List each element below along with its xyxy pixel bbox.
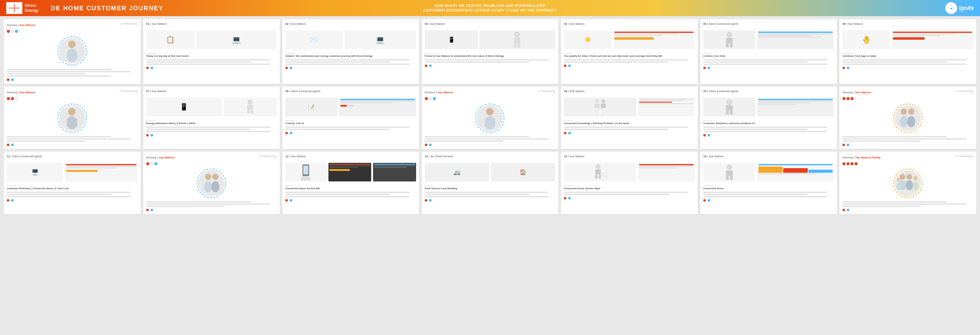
- step-card-09[interactable]: 09 | Rob Watson: [561, 86, 698, 149]
- step-card-15[interactable]: 15 | Sue Watson: [700, 152, 837, 214]
- dot-1: [146, 162, 150, 165]
- footer-dot-blue: [429, 144, 431, 146]
- persona-card-1[interactable]: Persona | Sue Watson CX Relationship↑↑: [4, 86, 141, 149]
- persona-card-0[interactable]: Persona | Sue Watson CX Relationship↑↑: [4, 19, 141, 84]
- persona-photo: [59, 105, 85, 131]
- scene-left: 📝: [285, 98, 337, 116]
- footer-dot-blue: [568, 132, 571, 134]
- step-card-13[interactable]: 13 | Jim (Field Service) 🚐 🏠 Field Servi…: [422, 152, 558, 214]
- line-1: [703, 192, 827, 193]
- line-1: [425, 136, 529, 137]
- step-card-14[interactable]: 14 | Sue Watson: [561, 152, 698, 214]
- footer-dot-red: [425, 199, 427, 202]
- step-card-03[interactable]: 03 | Sue Watson 📱 Friend to Sue Watson t…: [422, 19, 558, 84]
- scene-left: [564, 98, 636, 116]
- scene-left: 📋: [146, 30, 194, 49]
- persona-image: [7, 103, 138, 134]
- card-title-text: Customer Retention | Connected Home | 2 …: [7, 187, 138, 190]
- footer-dot-blue: [708, 67, 710, 69]
- line-2: [564, 61, 668, 63]
- step-label: 13 | Jim (Field Service): [425, 155, 453, 158]
- step-card-07[interactable]: 07 | Sue Watson 📱 Energy (Attraction Ale…: [143, 86, 280, 149]
- card-scene: 🖥️: [7, 160, 138, 185]
- card-footer: [146, 209, 277, 211]
- scene-phone-hand: [285, 163, 326, 182]
- footer-dot-red: [564, 64, 566, 67]
- step-card-08[interactable]: 08 | Glenn (Universal Agent) 📝 Context: …: [282, 86, 419, 149]
- card-title-text: Connected Home Service Bill: [285, 187, 416, 190]
- footer-dot-red: [425, 144, 427, 146]
- card-scene: [285, 160, 416, 185]
- persona-label: Persona | Sue Watson: [842, 91, 871, 94]
- persona-card-3[interactable]: Persona | Sue Watson CX Relationship↑↑↑: [839, 86, 976, 149]
- scene-screen: [757, 30, 834, 49]
- scene-right: 💻: [196, 30, 277, 49]
- step-card-01[interactable]: 01 | Sue Watson 📋 💻 Today is a big day a…: [143, 19, 280, 84]
- scene-content: 📋 💻: [146, 30, 277, 49]
- divider: [703, 120, 713, 121]
- dp-line2: [329, 167, 358, 168]
- persona-card-2[interactable]: Persona | Sue Watson CX Relationship↑↑↓: [422, 86, 558, 149]
- card-header: 03 | Sue Watson: [425, 22, 555, 26]
- card-scene: [564, 95, 695, 120]
- footer-dot-red: [842, 144, 845, 146]
- step-card-11[interactable]: 11 | Glenn (Universal Agent) 🖥️ Customer…: [4, 152, 141, 214]
- divider: [703, 53, 713, 54]
- scene-content: ✉️ 💻: [285, 30, 416, 49]
- line-2: [285, 61, 390, 63]
- card-header: Persona | Sue Watson CX Relationship↑↑↓: [425, 89, 555, 95]
- step-card-12[interactable]: 12 | Sue Watson: [282, 152, 419, 214]
- card-title-text: Customer Solutions | universal solutions…: [703, 122, 834, 125]
- field-persons: [592, 99, 608, 116]
- footer-dot-blue: [847, 144, 849, 146]
- scr-line2: [340, 102, 393, 103]
- footer-dot-blue: [290, 67, 292, 69]
- scene-content: [703, 98, 834, 116]
- card-title-text: Subject: We understand your energy custo…: [285, 54, 416, 57]
- card-title-text: Friend to Sue Watson to understand the t…: [425, 54, 555, 57]
- footer-dot-red: [285, 199, 288, 202]
- sc3-line2: [66, 168, 115, 168]
- line-2: [285, 129, 390, 130]
- content-lines: [703, 126, 834, 132]
- svg-rect-47: [303, 166, 308, 174]
- persona-card-4[interactable]: Persona | Sue Watson CX Relationship↑↑↑↑: [143, 152, 280, 214]
- mob-line1: [639, 166, 694, 167]
- divider: [842, 53, 852, 54]
- footer-dot-red: [703, 199, 706, 202]
- card-header: 12 | Sue Watson: [285, 155, 416, 158]
- step-card-06[interactable]: 06 | Sue Watson 🤚 Continue! Your App is …: [839, 19, 976, 84]
- persona-card-watson-family[interactable]: Persona | The Watson Family CX Relations…: [839, 152, 976, 214]
- logo-box: [6, 2, 22, 14]
- step-label: 06 | Sue Watson: [842, 22, 863, 26]
- step-card-04[interactable]: 04 | Sue Watson ☀️ You qualify for Solar…: [561, 19, 698, 84]
- divider: [146, 120, 156, 121]
- svg-rect-20: [247, 110, 250, 113]
- svg-rect-57: [726, 170, 733, 176]
- line-3: [425, 140, 503, 142]
- persona-image: [7, 35, 138, 66]
- svg-rect-16: [67, 118, 71, 127]
- app-line1: [893, 34, 956, 34]
- line-1: [842, 201, 947, 203]
- card-header: 05 | Glenn (Universal Agent): [703, 22, 834, 26]
- screen-line3: [759, 104, 795, 105]
- dot-1: [842, 162, 846, 165]
- step-card-10[interactable]: 10 | Glenn (Universal Agent): [700, 86, 837, 149]
- step-card-02[interactable]: 02 | Sue Watson ✉️ 💻 Subject: We underst…: [282, 19, 419, 84]
- step-card-05[interactable]: 05 | Glenn (Universal Agent): [700, 19, 837, 84]
- scr-btn2: [348, 105, 354, 107]
- phone-in-hand: [301, 164, 310, 181]
- svg-point-32: [727, 100, 732, 105]
- content-lines: [146, 201, 277, 207]
- card-dots: [7, 97, 138, 100]
- scene-content: [285, 163, 416, 182]
- card-header: Persona | Sue Watson CX Relationship↑↑: [7, 22, 138, 28]
- content-lines: [425, 192, 555, 197]
- footer-dot-blue: [847, 209, 849, 211]
- svg-point-9: [727, 32, 732, 37]
- screen-bar2: [759, 99, 833, 100]
- svg-rect-11: [726, 43, 729, 48]
- scene-agent: [703, 30, 756, 49]
- line-2: [146, 129, 251, 130]
